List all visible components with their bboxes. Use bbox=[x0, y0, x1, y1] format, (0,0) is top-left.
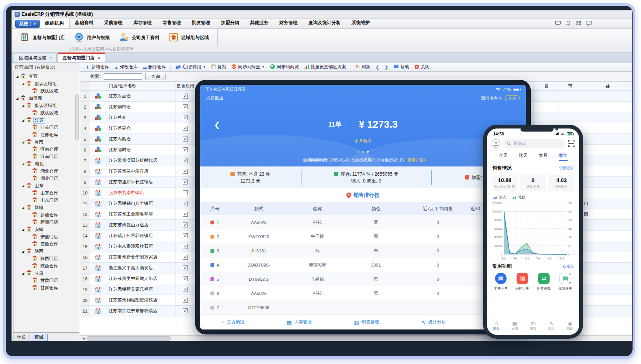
tree-node-河南仓库[interactable]: 河南仓库 bbox=[14, 146, 79, 153]
tree-expander-icon[interactable]: ◢ bbox=[22, 82, 25, 86]
monitor-icon[interactable] bbox=[555, 20, 561, 26]
tablet-nav-首页概况[interactable]: ⌂首页概况 bbox=[221, 319, 244, 325]
toolbar-关闭[interactable]: 关闭 bbox=[412, 63, 431, 71]
tree-node-湖北仓库[interactable]: 湖北仓库 bbox=[14, 168, 79, 175]
tree-node-甘肃门店[interactable]: 甘肃门店 bbox=[14, 277, 79, 284]
tree-node-安徽[interactable]: ◢安徽 bbox=[14, 226, 79, 233]
enabled-cell[interactable]: ✓ bbox=[176, 177, 195, 187]
tree-node-湖北门店[interactable]: 湖北门店 bbox=[14, 175, 79, 182]
ribbon-button-2[interactable]: 公司员工资料 bbox=[114, 30, 164, 45]
tree-node-陕西[interactable]: ◢陕西 bbox=[14, 248, 79, 255]
checkbox-checked[interactable]: ✓ bbox=[183, 94, 188, 99]
enabled-cell[interactable] bbox=[176, 188, 195, 198]
enabled-cell[interactable]: ✓ bbox=[176, 155, 195, 166]
bell-icon[interactable] bbox=[565, 20, 571, 26]
grid-icon[interactable] bbox=[575, 20, 582, 26]
tree-node-默认区域组[interactable]: ◢默认区域组 bbox=[14, 80, 79, 87]
enabled-cell[interactable]: ✓ bbox=[176, 252, 195, 262]
period-tab-本月[interactable]: 本月 bbox=[539, 153, 548, 161]
tree-node-默认区域组[interactable]: ◢默认区域组 bbox=[14, 102, 79, 109]
chevron-down-icon[interactable]: ▼ bbox=[262, 65, 265, 69]
enabled-cell[interactable]: ✓ bbox=[176, 295, 195, 305]
chevron-down-icon[interactable]: ▼ bbox=[203, 65, 206, 69]
tree-node-默认区域[interactable]: 默认区域 bbox=[14, 109, 79, 117]
menu-tab-0[interactable]: 组织机构 bbox=[40, 18, 70, 28]
tree-node-河南门店[interactable]: 河南门店 bbox=[14, 153, 79, 160]
tree-node-安徽仓库[interactable]: 安徽仓库 bbox=[14, 240, 79, 248]
tree-node-江苏仓库[interactable]: 江苏仓库 bbox=[14, 131, 79, 138]
tree-expander-icon[interactable]: ◢ bbox=[22, 272, 25, 275]
phone-nav-我的[interactable]: ◉我的 bbox=[567, 321, 573, 331]
tree-expander-icon[interactable]: ◢ bbox=[16, 75, 19, 78]
checkbox[interactable] bbox=[183, 190, 188, 195]
tree-node-陕西仓库[interactable]: 陕西仓库 bbox=[14, 262, 79, 270]
toolbar-帮助[interactable]: 帮助 bbox=[392, 63, 411, 71]
checkbox-checked[interactable]: ✓ bbox=[183, 244, 188, 249]
checkbox-checked[interactable]: ✓ bbox=[183, 222, 188, 227]
toolbar-nav-left[interactable]: ❮ bbox=[374, 64, 381, 71]
toolbar-批量设置铺底方案[interactable]: 批量设置铺底方案 bbox=[302, 63, 348, 71]
menu-tab-8[interactable]: 财务管理 bbox=[274, 18, 303, 28]
tree-node-直营[interactable]: ◢直营 bbox=[14, 73, 79, 80]
tree-node-新疆[interactable]: ◢新疆 bbox=[14, 204, 79, 211]
tree-node-陕西门店[interactable]: 陕西门店 bbox=[14, 255, 79, 262]
left-panel-tab-区域[interactable]: 区域 bbox=[31, 334, 48, 341]
product-search-input[interactable]: 搜商品 bbox=[503, 139, 565, 148]
enabled-cell[interactable]: ✓ bbox=[176, 231, 195, 241]
checkbox-checked[interactable]: ✓ bbox=[183, 137, 188, 142]
tree-node-加盟商[interactable]: ◢加盟商 bbox=[14, 95, 79, 102]
enabled-cell[interactable]: ✓ bbox=[176, 134, 195, 144]
tree-node-山东门店[interactable]: 山东门店 bbox=[14, 197, 79, 204]
ribbon-button-0[interactable]: 直营与加盟门店 bbox=[15, 30, 70, 45]
enabled-cell[interactable]: ✓ bbox=[176, 284, 195, 295]
enabled-cell[interactable]: ✓ bbox=[176, 263, 195, 273]
customize-link[interactable]: 自定义 bbox=[563, 264, 574, 269]
checkbox-checked[interactable]: ✓ bbox=[183, 255, 188, 260]
menu-tab-4[interactable]: 零售管理 bbox=[157, 18, 186, 28]
checkbox-checked[interactable]: ✓ bbox=[183, 180, 188, 184]
rank-row[interactable]: 6AA5025衬衫黑0 bbox=[200, 286, 526, 300]
menu-tab-5[interactable]: 批发管理 bbox=[186, 18, 215, 28]
ribbon-button-3[interactable]: 区域组与区域 bbox=[164, 30, 214, 45]
enabled-cell[interactable]: ✓ bbox=[176, 241, 195, 252]
tree-expander-icon[interactable]: ◢ bbox=[22, 162, 25, 166]
menu-tab-2[interactable]: 采购管理 bbox=[99, 18, 128, 28]
tree-expander-icon[interactable]: ◢ bbox=[22, 228, 25, 231]
enabled-cell[interactable]: ✓ bbox=[176, 306, 195, 316]
tree-expander-icon[interactable]: ◢ bbox=[22, 119, 25, 122]
tablet-nav-统计分析[interactable]: ∿统计分析 bbox=[421, 319, 446, 325]
view-more-link[interactable]: 查看更多 bbox=[559, 166, 574, 171]
tree-node-山东仓库[interactable]: 山东仓库 bbox=[14, 189, 79, 197]
toolbar-新增仓库[interactable]: ＋新增仓库 bbox=[83, 63, 111, 71]
tree-expander-icon[interactable]: ◢ bbox=[16, 97, 19, 100]
license-detail-link[interactable]: 查看详情> bbox=[407, 158, 426, 162]
enabled-cell[interactable]: ✓ bbox=[176, 112, 195, 123]
close-icon[interactable]: × bbox=[50, 56, 52, 60]
toolbar-启用\停用[interactable]: 启用\停用▼ bbox=[174, 63, 208, 71]
refresh-data-link[interactable]: 刷新数据 bbox=[206, 95, 223, 101]
tree-expander-icon[interactable]: ◢ bbox=[22, 184, 25, 188]
checkbox-checked[interactable]: ✓ bbox=[183, 265, 188, 270]
tree-node-新疆门店[interactable]: 新疆门店 bbox=[14, 219, 79, 226]
toolbar-复制[interactable]: 复制 bbox=[209, 63, 228, 71]
enabled-cell[interactable]: ✓ bbox=[176, 145, 195, 155]
search-input[interactable] bbox=[104, 73, 142, 80]
checkbox-checked[interactable]: ✓ bbox=[183, 298, 188, 303]
tree-expander-icon[interactable]: ◢ bbox=[22, 104, 25, 107]
enabled-cell[interactable]: ✓ bbox=[176, 220, 195, 230]
tree-expander-icon[interactable]: ◢ bbox=[22, 206, 25, 209]
close-icon[interactable]: × bbox=[98, 56, 100, 60]
checkbox-checked[interactable]: ✓ bbox=[183, 126, 188, 131]
checkbox-checked[interactable]: ✓ bbox=[183, 104, 188, 109]
tree-expander-icon[interactable]: ◢ bbox=[22, 140, 25, 144]
enabled-cell[interactable]: ✓ bbox=[176, 273, 195, 284]
system-menu-button[interactable]: 系统 ▼ bbox=[15, 20, 40, 28]
quick-action-零售开单[interactable]: ▤零售开单 bbox=[494, 273, 508, 291]
switch-warehouse-button[interactable]: 切换 bbox=[505, 95, 520, 101]
toolbar-同步到商城[interactable]: 同步到商城 bbox=[268, 63, 301, 71]
menu-tab-1[interactable]: 基础资料 bbox=[70, 18, 99, 28]
enabled-cell[interactable]: ✓ bbox=[176, 209, 195, 219]
doc-tab-0[interactable]: 区域组与区域× bbox=[14, 54, 57, 62]
checkbox-checked[interactable]: ✓ bbox=[183, 115, 188, 120]
toolbar-刷新[interactable]: ↻刷新 bbox=[354, 63, 372, 71]
